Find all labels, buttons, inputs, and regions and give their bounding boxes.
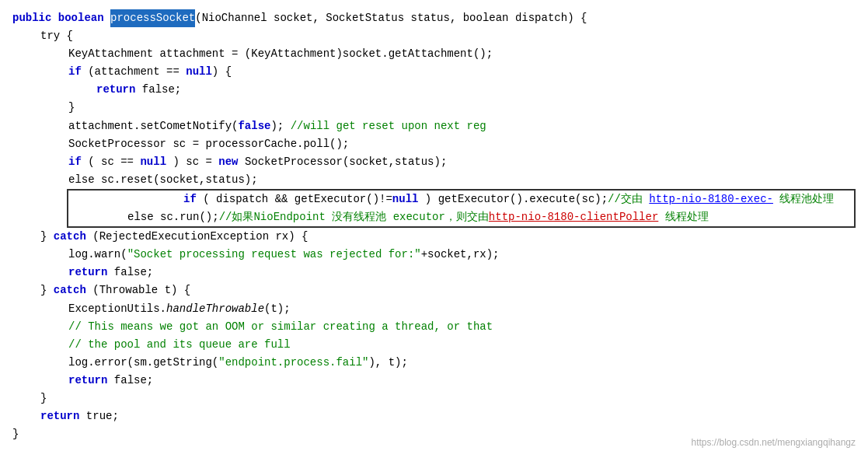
code-line: log.error(sm.getString("endpoint.process… bbox=[12, 354, 856, 372]
code-line: } bbox=[12, 390, 856, 407]
code-line: return false; bbox=[12, 372, 856, 390]
boxed-code-group: if ( dispatch && getExecutor()!=null ) g… bbox=[67, 189, 856, 228]
code-line: log.warn("Socket processing request was … bbox=[12, 246, 856, 264]
code-line: KeyAttachment attachment = (KeyAttachmen… bbox=[12, 45, 856, 63]
code-line: return false; bbox=[12, 264, 856, 281]
code-line: if ( sc == null ) sc = new SocketProcess… bbox=[12, 153, 856, 171]
code-viewer: public boolean processSocket(NioChannel … bbox=[0, 0, 868, 458]
code-line: } bbox=[12, 99, 856, 117]
code-line: public boolean processSocket(NioChannel … bbox=[12, 9, 856, 27]
code-line: SocketProcessor sc = processorCache.poll… bbox=[12, 135, 856, 153]
code-line: return true; bbox=[12, 407, 856, 425]
code-line: // the pool and its queue are full bbox=[12, 336, 856, 354]
code-line: if (attachment == null) { bbox=[12, 63, 856, 81]
code-line: attachment.setCometNotify(false); //will… bbox=[12, 117, 856, 135]
code-line: } catch (Throwable t) { bbox=[12, 281, 856, 299]
code-line: else sc.run();//如果NioEndpoint 没有线程池 exec… bbox=[68, 208, 854, 226]
code-line: return false; bbox=[12, 81, 856, 99]
code-line: try { bbox=[12, 27, 856, 45]
code-line: } catch (RejectedExecutionException rx) … bbox=[12, 228, 856, 246]
code-line: if ( dispatch && getExecutor()!=null ) g… bbox=[124, 191, 854, 208]
code-line: // This means we got an OOM or similar c… bbox=[12, 318, 856, 336]
watermark: https://blog.csdn.net/mengxiangqihangz bbox=[692, 435, 856, 450]
code-line: else sc.reset(socket,status); bbox=[12, 171, 856, 189]
code-line: ExceptionUtils.handleThrowable(t); bbox=[12, 300, 856, 318]
